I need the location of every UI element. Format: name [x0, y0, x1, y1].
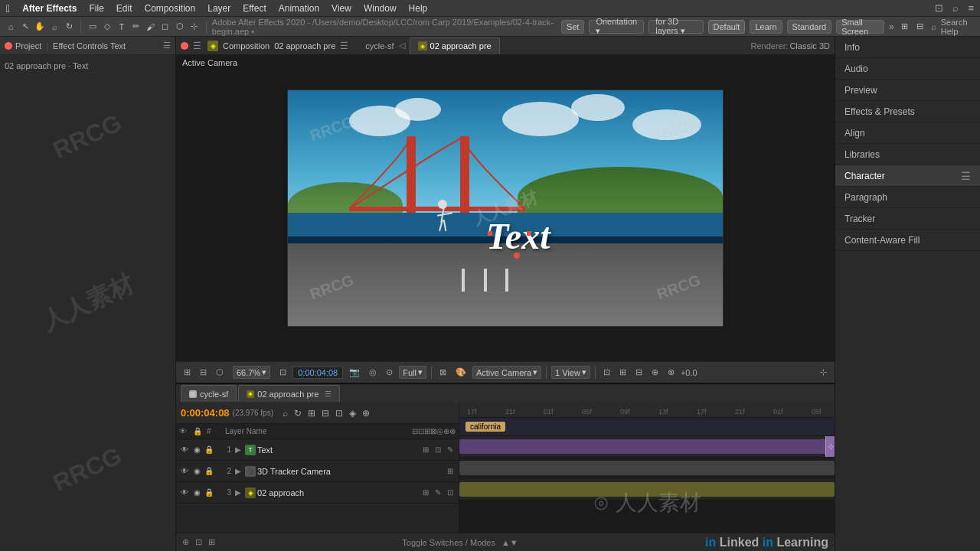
right-panel-item-character[interactable]: Character ☰: [835, 165, 980, 187]
eraser-tool[interactable]: ◻: [159, 21, 172, 33]
renderer-value[interactable]: Classic 3D: [789, 41, 830, 51]
search-icon[interactable]: ⌕: [952, 2, 959, 14]
layer-3-vis[interactable]: 👁: [179, 487, 190, 498]
small-screen-workspace[interactable]: Small Screen: [836, 20, 884, 34]
active-comp-tab[interactable]: ◈ 02 approach pre: [410, 37, 500, 54]
apple-menu[interactable]: : [6, 2, 10, 15]
track-bar-2[interactable]: [459, 461, 835, 475]
select-tool[interactable]: ↖: [19, 21, 31, 33]
snap-btn[interactable]: ⊡: [600, 366, 613, 379]
comp-settings-icon[interactable]: ☰: [340, 41, 348, 51]
layer-3-name[interactable]: 02 approach: [257, 488, 419, 497]
tl-btn-2[interactable]: ↻: [292, 406, 303, 420]
right-panel-toggle[interactable]: ⊹: [817, 366, 830, 379]
right-panel-item-libraries[interactable]: Libraries: [835, 144, 980, 165]
set-button[interactable]: Set: [561, 20, 585, 34]
effect-controls-tab[interactable]: Effect Controls Text: [53, 41, 126, 51]
panel-menu-icon[interactable]: ☰: [163, 41, 171, 51]
menu-effect[interactable]: Effect: [243, 3, 266, 14]
viewer-btn[interactable]: ⊟: [632, 366, 645, 379]
right-panel-item-paragraph[interactable]: Paragraph: [835, 187, 980, 208]
preview-toggle-btn[interactable]: ⊞: [181, 366, 194, 379]
search-icon-toolbar[interactable]: ⌕: [931, 21, 936, 32]
l1-switch-1[interactable]: ⊞: [420, 445, 431, 455]
layer-2-solo[interactable]: ◉: [191, 466, 202, 477]
l1-switch-2[interactable]: ⊡: [433, 445, 443, 455]
layer-1-lock[interactable]: 🔒: [204, 445, 214, 455]
motion-blur-btn[interactable]: ◎: [366, 366, 380, 379]
menu-file[interactable]: File: [89, 3, 103, 14]
orientation-dropdown[interactable]: Orientation ▾: [589, 20, 644, 34]
shape-tool[interactable]: ◇: [101, 21, 113, 33]
tl-btn-3[interactable]: ⊞: [306, 406, 317, 420]
tl-search[interactable]: ⌕: [281, 406, 289, 420]
control-point-1[interactable]: [488, 231, 492, 236]
timecode-display[interactable]: 0:00:04:08: [292, 367, 343, 379]
region-btn[interactable]: ⊡: [276, 366, 289, 379]
layer-2-lock[interactable]: 🔒: [204, 466, 214, 477]
track-bar-1[interactable]: [459, 439, 835, 454]
add-comp-btn[interactable]: ⊕: [182, 537, 189, 547]
standard-workspace[interactable]: Standard: [787, 20, 832, 34]
zoom-dropdown[interactable]: 66.7% ▾: [233, 366, 270, 379]
rotate-tool[interactable]: ↻: [63, 21, 75, 33]
timeline-ruler[interactable]: 17f 21f 01f 05f 09f 13f 17f 21f 01f 05f …: [459, 403, 835, 418]
layer-1-vis[interactable]: 👁: [179, 445, 190, 455]
rect-tool[interactable]: ▭: [87, 21, 99, 33]
3d-layers-dropdown[interactable]: for 3D layers ▾: [648, 20, 703, 34]
layer-3-lock[interactable]: 🔒: [204, 487, 214, 498]
preview-mask-btn[interactable]: ⬡: [213, 366, 227, 379]
channel-btn[interactable]: ⊠: [436, 366, 449, 379]
brush-tool[interactable]: 🖌: [145, 21, 157, 33]
comp-menu-icon[interactable]: ☰: [193, 41, 201, 51]
control-point-2[interactable]: [527, 231, 531, 236]
approach-tl-tab[interactable]: ◈ 02 approach pre ☰: [238, 385, 340, 402]
layer-2-expand[interactable]: ▶: [233, 466, 243, 477]
comp-close-button[interactable]: [181, 42, 188, 50]
tl-btn-7[interactable]: ⊕: [361, 406, 371, 420]
pen-tool[interactable]: ✏: [130, 21, 142, 33]
hand-tool[interactable]: ✋: [34, 21, 46, 33]
layer-2-name[interactable]: 3D Tracker Camera: [257, 467, 443, 476]
right-panel-item-info[interactable]: Info: [835, 37, 980, 58]
panel-toggle-2[interactable]: ⊟: [914, 21, 926, 33]
text-tool[interactable]: T: [116, 21, 128, 33]
camera-icon[interactable]: 📷: [346, 366, 363, 379]
draft-btn[interactable]: ⊙: [383, 366, 396, 379]
layer-1-expand[interactable]: ▶: [233, 445, 243, 455]
home-tool[interactable]: ⌂: [5, 21, 17, 33]
layer-3-solo[interactable]: ◉: [191, 487, 202, 498]
right-panel-item-align[interactable]: Align: [835, 122, 980, 144]
expand-icon[interactable]: ▲▼: [501, 538, 518, 547]
l3-switch-2[interactable]: ✎: [433, 487, 443, 498]
character-menu-icon[interactable]: ☰: [961, 170, 971, 182]
right-panel-item-preview[interactable]: Preview: [835, 80, 980, 101]
menu-layer[interactable]: Layer: [207, 3, 230, 14]
default-workspace[interactable]: Default: [708, 20, 746, 34]
right-panel-item-audio[interactable]: Audio: [835, 58, 980, 80]
menu-help[interactable]: Help: [409, 3, 428, 14]
layer-1-name[interactable]: Text: [257, 445, 419, 455]
cycle-sf-tl-tab[interactable]: ▦ cycle-sf: [181, 385, 237, 402]
more-workspaces[interactable]: »: [889, 21, 894, 32]
california-marker[interactable]: california: [466, 422, 505, 432]
layer-1-solo[interactable]: ◉: [191, 445, 202, 455]
nav-left-arrow[interactable]: ◁: [399, 41, 405, 51]
tl-btn-4[interactable]: ⊟: [320, 406, 331, 420]
toggle-switches-label[interactable]: Toggle Switches / Modes: [402, 538, 495, 547]
composition-canvas[interactable]: Text RRCG RRCG 人人素材: [287, 90, 724, 327]
menu-edit[interactable]: Edit: [116, 3, 132, 14]
stamp-tool[interactable]: ⬡: [174, 21, 186, 33]
more-options-btn[interactable]: ⊗: [665, 366, 678, 379]
menu-window[interactable]: Window: [364, 3, 397, 14]
control-center-icon[interactable]: ≡: [968, 2, 974, 14]
time-code[interactable]: 0:00:04:08: [181, 407, 230, 419]
preview-grid-btn[interactable]: ⊟: [197, 366, 210, 379]
panel-toggle-1[interactable]: ⊞: [899, 21, 911, 33]
layer-3-expand[interactable]: ▶: [233, 487, 243, 498]
plus-btn[interactable]: ⊕: [648, 366, 662, 379]
learn-workspace[interactable]: Learn: [750, 20, 782, 34]
l2-switch-1[interactable]: ⊞: [445, 466, 456, 477]
right-panel-item-content-fill[interactable]: Content-Aware Fill: [835, 230, 980, 251]
menu-animation[interactable]: Animation: [279, 3, 319, 14]
